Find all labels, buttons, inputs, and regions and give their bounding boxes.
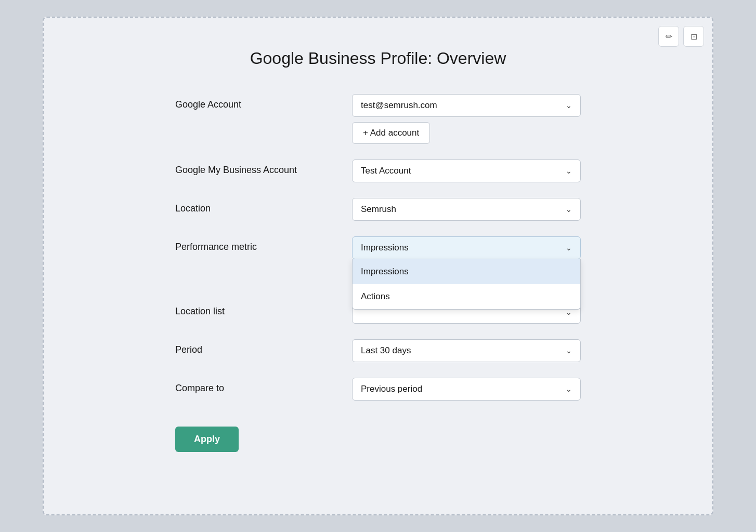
compare-to-label: Compare to: [175, 378, 352, 394]
apply-button[interactable]: Apply: [175, 427, 239, 452]
location-select[interactable]: Semrush ⌄: [352, 198, 581, 221]
chevron-down-icon: ⌄: [566, 167, 572, 175]
google-my-business-controls: Test Account ⌄: [352, 159, 581, 182]
google-account-select-wrapper: test@semrush.com ⌄: [352, 94, 581, 117]
dropdown-item-impressions[interactable]: Impressions: [353, 259, 580, 284]
performance-metric-label: Performance metric: [175, 236, 352, 252]
chevron-down-icon: ⌄: [566, 347, 572, 355]
google-my-business-select-wrapper: Test Account ⌄: [352, 159, 581, 182]
chevron-down-icon: ⌄: [566, 101, 572, 110]
location-select-wrapper: Semrush ⌄: [352, 198, 581, 221]
add-account-button[interactable]: + Add account: [352, 122, 430, 144]
form-container: Google Account test@semrush.com ⌄ + Add …: [175, 94, 581, 452]
period-value: Last 30 days: [361, 345, 411, 356]
google-account-select[interactable]: test@semrush.com ⌄: [352, 94, 581, 117]
google-account-controls: test@semrush.com ⌄ + Add account: [352, 94, 581, 144]
performance-metric-select[interactable]: Impressions ⌄: [352, 236, 581, 259]
widget-container: ✏ ⊡ Google Business Profile: Overview Go…: [43, 17, 713, 515]
delete-icon: ⊡: [690, 32, 697, 42]
period-select[interactable]: Last 30 days ⌄: [352, 339, 581, 362]
compare-to-select[interactable]: Previous period ⌄: [352, 378, 581, 401]
edit-button[interactable]: ✏: [658, 26, 679, 47]
location-list-label: Location list: [175, 301, 352, 317]
google-my-business-label: Google My Business Account: [175, 159, 352, 176]
toolbar-icons: ✏ ⊡: [658, 26, 704, 47]
location-controls: Semrush ⌄: [352, 198, 581, 221]
chevron-down-icon: ⌄: [566, 205, 572, 214]
edit-icon: ✏: [666, 32, 672, 42]
compare-to-controls: Previous period ⌄: [352, 378, 581, 401]
compare-to-select-wrapper: Previous period ⌄: [352, 378, 581, 401]
period-select-wrapper: Last 30 days ⌄: [352, 339, 581, 362]
period-row: Period Last 30 days ⌄: [175, 339, 581, 362]
performance-metric-dropdown: Impressions Actions: [352, 259, 581, 310]
google-account-row: Google Account test@semrush.com ⌄ + Add …: [175, 94, 581, 144]
page-title: Google Business Profile: Overview: [75, 49, 681, 68]
compare-to-row: Compare to Previous period ⌄: [175, 378, 581, 401]
location-label: Location: [175, 198, 352, 214]
google-my-business-select[interactable]: Test Account ⌄: [352, 159, 581, 182]
performance-metric-row: Performance metric Impressions ⌄ Impress…: [175, 236, 581, 259]
period-label: Period: [175, 339, 352, 355]
location-value: Semrush: [361, 204, 396, 215]
dropdown-item-actions[interactable]: Actions: [353, 284, 580, 309]
location-row: Location Semrush ⌄: [175, 198, 581, 221]
google-account-label: Google Account: [175, 94, 352, 110]
period-controls: Last 30 days ⌄: [352, 339, 581, 362]
google-account-value: test@semrush.com: [361, 100, 437, 111]
compare-to-value: Previous period: [361, 384, 422, 394]
performance-metric-controls: Impressions ⌄ Impressions Actions: [352, 236, 581, 259]
google-my-business-row: Google My Business Account Test Account …: [175, 159, 581, 182]
chevron-down-icon: ⌄: [566, 244, 572, 252]
performance-metric-select-wrapper: Impressions ⌄ Impressions Actions: [352, 236, 581, 259]
delete-button[interactable]: ⊡: [683, 26, 704, 47]
chevron-down-icon: ⌄: [566, 385, 572, 393]
google-my-business-value: Test Account: [361, 166, 411, 176]
performance-metric-value: Impressions: [361, 243, 409, 253]
